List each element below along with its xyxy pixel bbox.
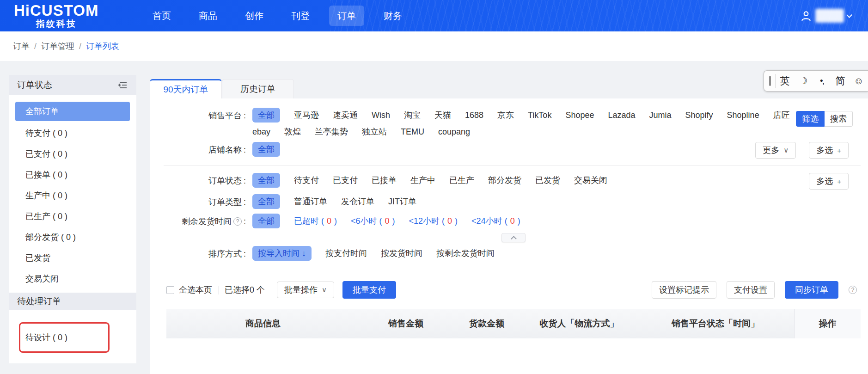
platform-option[interactable]: Jumia bbox=[649, 110, 672, 120]
more-button[interactable]: 更多∨ bbox=[755, 142, 796, 159]
sort-option[interactable]: 按支付时间 bbox=[325, 248, 367, 259]
help-icon[interactable]: ? bbox=[233, 217, 242, 226]
remaining-time-option[interactable]: <24小时 ( 0 ) bbox=[471, 215, 520, 227]
filter-row-remaining-time: 剩余发货时间 ? : 全部 已超时 ( 0 )<6小时 ( 0 )<12小时 (… bbox=[166, 214, 861, 228]
nav-item[interactable]: 商品 bbox=[190, 6, 226, 26]
nav-item[interactable]: 订单 bbox=[329, 6, 364, 26]
remaining-time-option[interactable]: <12小时 ( 0 ) bbox=[409, 215, 458, 227]
platform-option[interactable]: 独立站 bbox=[362, 126, 387, 137]
nav-item[interactable]: 财务 bbox=[375, 6, 410, 26]
collapse-filters-button[interactable] bbox=[501, 233, 526, 242]
chevron-down-icon: ∨ bbox=[783, 146, 789, 154]
platform-option[interactable]: 敦煌 bbox=[284, 126, 301, 137]
platform-option[interactable]: ebay bbox=[252, 127, 270, 137]
sort-option[interactable]: 按剩余发货时间 bbox=[436, 248, 495, 259]
ime-punctuation-icon[interactable]: •, bbox=[813, 71, 831, 91]
platform-all-chip[interactable]: 全部 bbox=[252, 108, 280, 123]
tab-history-orders[interactable]: 历史订单 bbox=[222, 79, 294, 98]
platform-option[interactable]: 亚马逊 bbox=[294, 110, 319, 121]
sidebar-item-pending-design[interactable]: 待设计 ( 0 ) bbox=[9, 327, 136, 348]
platform-option[interactable]: TEMU bbox=[401, 127, 424, 137]
platform-option[interactable]: coupang bbox=[438, 127, 470, 137]
ime-toolbar[interactable]: 英 ☽ •, 简 ☺ bbox=[764, 70, 868, 92]
sort-by-import-time-chip[interactable]: 按导入时间 ↓ bbox=[252, 246, 312, 261]
user-menu[interactable] bbox=[800, 0, 851, 31]
multi-select-button[interactable]: 多选+ bbox=[809, 142, 849, 159]
nav-item[interactable]: 刊登 bbox=[283, 6, 318, 26]
remaining-time-option[interactable]: <6小时 ( 0 ) bbox=[351, 215, 395, 227]
sidebar-status-item[interactable]: 已接单 ( 0 ) bbox=[9, 164, 136, 185]
sort-options: 按导入时间 ↓ 按支付时间按发货时间按剩余发货时间 bbox=[252, 246, 495, 261]
sort-option[interactable]: 按发货时间 bbox=[381, 248, 422, 259]
ime-drag-handle[interactable] bbox=[769, 76, 771, 86]
platform-option[interactable]: 店匠 bbox=[773, 110, 790, 121]
select-all-checkbox[interactable] bbox=[166, 286, 174, 294]
order-status-option[interactable]: 待支付 bbox=[294, 175, 319, 186]
platform-option[interactable]: 天猫 bbox=[434, 110, 451, 121]
remaining-time-option[interactable]: 已超时 ( 0 ) bbox=[294, 215, 337, 227]
ime-emoji-icon[interactable]: ☺ bbox=[850, 71, 868, 91]
breadcrumb-orders[interactable]: 订单 bbox=[13, 41, 30, 52]
nav-item[interactable]: 首页 bbox=[144, 6, 179, 26]
sidebar-status-item[interactable]: 已发货 bbox=[9, 247, 136, 268]
pay-settings-button[interactable]: 支付设置 bbox=[727, 281, 775, 299]
search-button[interactable]: 搜索 bbox=[825, 111, 853, 127]
order-status-label: 订单状态: bbox=[166, 173, 246, 186]
platform-option[interactable]: 1688 bbox=[465, 110, 483, 120]
order-status-option[interactable]: 已生产 bbox=[449, 175, 474, 186]
order-status-all-chip[interactable]: 全部 bbox=[252, 173, 280, 188]
ime-fullwidth-moon-icon[interactable]: ☽ bbox=[794, 71, 813, 91]
select-all-label[interactable]: 全选本页 bbox=[179, 284, 212, 295]
sidebar-status-item[interactable]: 部分发货 ( 0 ) bbox=[9, 227, 136, 247]
sidebar-status-item[interactable]: 交易关闭 bbox=[9, 268, 136, 289]
sync-orders-button[interactable]: 同步订单 bbox=[785, 281, 838, 299]
breadcrumb-separator: / bbox=[34, 42, 37, 51]
platform-option[interactable]: Lazada bbox=[608, 110, 635, 120]
order-type-option[interactable]: 发仓订单 bbox=[341, 196, 374, 207]
sidebar-status-item[interactable]: 待支付 ( 0 ) bbox=[9, 123, 136, 143]
order-type-option[interactable]: JIT订单 bbox=[388, 196, 416, 207]
set-mark-button[interactable]: 设置标记提示 bbox=[652, 281, 716, 299]
username-redacted bbox=[815, 9, 844, 23]
column-receiver-logistics: 收货人「物流方式」 bbox=[521, 309, 637, 338]
platform-option[interactable]: 速卖通 bbox=[333, 110, 358, 121]
order-status-option[interactable]: 已发货 bbox=[535, 175, 560, 186]
platform-option[interactable]: Shopee bbox=[565, 110, 594, 120]
help-icon[interactable]: ? bbox=[849, 286, 857, 294]
ime-simplified-chinese[interactable]: 简 bbox=[831, 71, 850, 91]
sidebar-status-item[interactable]: 生产中 ( 0 ) bbox=[9, 185, 136, 206]
platform-option[interactable]: 淘宝 bbox=[404, 110, 421, 121]
platform-option[interactable]: Shopline bbox=[727, 110, 759, 120]
multi-select-button[interactable]: 多选+ bbox=[809, 173, 849, 190]
order-status-option[interactable]: 交易关闭 bbox=[574, 175, 607, 186]
platform-option[interactable]: Shopify bbox=[685, 110, 713, 120]
nav-item[interactable]: 创作 bbox=[237, 6, 272, 26]
filter-button[interactable]: 筛选 bbox=[796, 111, 825, 127]
sidebar-status-item[interactable]: 已生产 ( 0 ) bbox=[9, 206, 136, 227]
sidebar-header: 订单状态 bbox=[9, 75, 136, 95]
store-row-buttons: 更多∨ 多选+ bbox=[755, 142, 849, 159]
platform-option[interactable]: 京东 bbox=[497, 110, 514, 121]
platform-option[interactable]: TikTok bbox=[528, 110, 551, 120]
order-status-option[interactable]: 已支付 bbox=[333, 175, 358, 186]
sidebar-status-item[interactable]: 全部订单 bbox=[15, 102, 130, 121]
batch-pay-button[interactable]: 批量支付 bbox=[342, 281, 396, 299]
order-type-option[interactable]: 普通订单 bbox=[294, 196, 327, 207]
breadcrumb-order-management[interactable]: 订单管理 bbox=[41, 41, 74, 52]
ime-english-mode[interactable]: 英 bbox=[776, 71, 794, 91]
platform-option[interactable]: Wish bbox=[372, 110, 390, 120]
order-type-all-chip[interactable]: 全部 bbox=[252, 194, 280, 209]
tab-90-day-orders[interactable]: 90天内订单 bbox=[150, 79, 222, 98]
collapse-sidebar-icon[interactable] bbox=[118, 81, 128, 89]
remaining-time-all-chip[interactable]: 全部 bbox=[252, 214, 280, 228]
order-status-option[interactable]: 生产中 bbox=[410, 175, 435, 186]
order-status-option[interactable]: 已接单 bbox=[372, 175, 397, 186]
column-sale-amount: 销售金额 bbox=[360, 309, 452, 338]
filter-row-order-type: 订单类型: 全部 普通订单发仓订单JIT订单 bbox=[166, 194, 861, 209]
logo[interactable]: HiCUSTOM 指纹科技 bbox=[14, 2, 98, 29]
batch-operations-button[interactable]: 批量操作∨ bbox=[277, 282, 334, 298]
store-all-chip[interactable]: 全部 bbox=[252, 142, 280, 157]
sidebar-status-item[interactable]: 已支付 ( 0 ) bbox=[9, 143, 136, 164]
platform-option[interactable]: 兰亭集势 bbox=[315, 126, 348, 137]
order-status-option[interactable]: 部分发货 bbox=[488, 175, 521, 186]
